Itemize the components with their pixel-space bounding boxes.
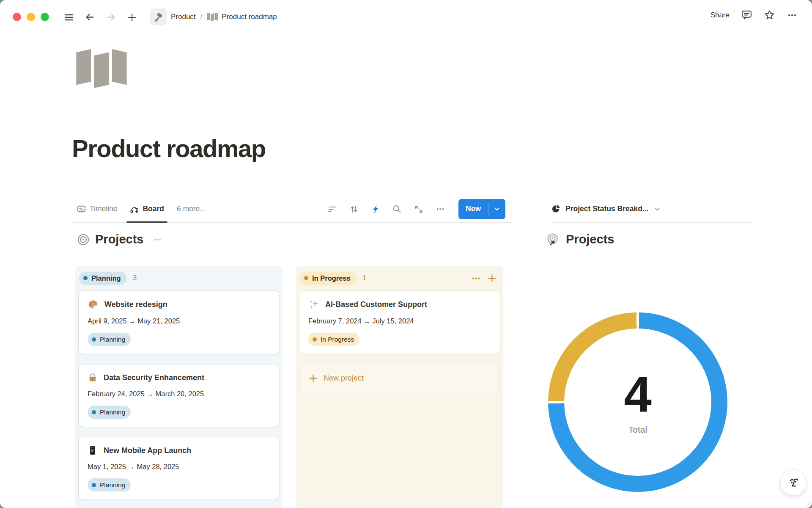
- star-icon: [764, 9, 775, 21]
- map-icon: [75, 49, 128, 88]
- zoom-button[interactable]: [41, 13, 49, 21]
- column-count: 1: [362, 274, 366, 282]
- card-dates: February 7, 2024 → July 15, 2024: [308, 317, 491, 325]
- pie-chart-icon: [551, 204, 561, 214]
- column-count: 3: [133, 274, 137, 282]
- project-card[interactable]: Website redesignApril 9, 2025 → May 21, …: [79, 291, 279, 354]
- status-dot: [92, 337, 96, 342]
- donut-chart: 4 Total: [548, 312, 727, 492]
- donut-center: 4 Total: [564, 329, 711, 476]
- chart-view-label: Project Status Breakd...: [565, 204, 648, 213]
- ellipsis-icon: [152, 235, 162, 245]
- notion-ai-button[interactable]: [780, 469, 807, 496]
- minimize-button[interactable]: [27, 13, 35, 21]
- page-icon-map[interactable]: [75, 49, 128, 88]
- back-button[interactable]: [84, 11, 96, 23]
- chart-section-header: Projects: [547, 232, 614, 246]
- close-button[interactable]: [13, 13, 21, 21]
- project-card[interactable]: New Mobile App LaunchMay 1, 2025 → May 2…: [79, 437, 279, 500]
- board-column-planning: Planning3Website redesignApril 9, 2025 →…: [75, 266, 283, 508]
- new-button[interactable]: New: [458, 199, 488, 219]
- timeline-icon: [77, 204, 86, 213]
- status-label: Planning: [100, 336, 125, 343]
- breadcrumb: Product / Product roadmap: [150, 8, 277, 25]
- section-menu-button[interactable]: [152, 235, 162, 245]
- search-button[interactable]: [392, 204, 402, 214]
- status-tag: In Progress: [308, 333, 359, 346]
- tab-label: Board: [143, 204, 164, 213]
- page-title[interactable]: Product roadmap: [72, 134, 266, 163]
- ellipsis-icon: [435, 204, 445, 214]
- column-header: In Progress1: [298, 268, 501, 287]
- lock-icon: [88, 373, 98, 383]
- plus-icon: [126, 12, 137, 23]
- status-label: In Progress: [321, 336, 354, 343]
- sort-button[interactable]: [349, 204, 359, 214]
- ellipsis-icon: [787, 10, 798, 21]
- search-icon: [392, 204, 402, 214]
- column-cards: Website redesignApril 9, 2025 → May 21, …: [77, 287, 280, 501]
- column-status-pill[interactable]: In Progress: [300, 272, 356, 285]
- automations-button[interactable]: [370, 204, 381, 214]
- share-button[interactable]: Share: [710, 11, 730, 19]
- new-button-group: New: [458, 199, 505, 219]
- map-icon: [207, 13, 218, 21]
- card-title-row: Website redesign: [88, 299, 270, 310]
- hamburger-icon: [63, 12, 74, 23]
- status-tag: Planning: [88, 478, 131, 491]
- arrow-right-icon: [105, 11, 117, 23]
- expand-diagonal-icon: [414, 204, 424, 214]
- card-title: Website redesign: [104, 300, 167, 309]
- sparkles-icon: [308, 299, 319, 310]
- column-status-pill[interactable]: Planning: [79, 272, 126, 285]
- favorite-button[interactable]: [764, 9, 775, 21]
- card-dates: May 1, 2025 → May 28, 2025: [88, 463, 270, 471]
- tab-label: Timeline: [90, 204, 117, 213]
- comment-icon: [741, 9, 752, 21]
- comments-button[interactable]: [741, 9, 752, 21]
- project-card[interactable]: Data Security EnhancementFebruary 24, 20…: [79, 364, 279, 427]
- card-title-row: New Mobile App Launch: [88, 445, 270, 456]
- column-status-label: In Progress: [312, 274, 351, 282]
- tab-label: 6 more...: [177, 204, 206, 213]
- project-card[interactable]: AI-Based Customer SupportFebruary 7, 202…: [299, 291, 500, 354]
- chevron-down-icon: [653, 205, 661, 213]
- breadcrumb-root-item[interactable]: [150, 8, 167, 25]
- lightning-icon: [370, 204, 381, 214]
- status-dot: [313, 337, 317, 342]
- notion-ai-face-icon: [786, 475, 801, 490]
- card-title-row: Data Security Enhancement: [88, 373, 270, 383]
- corner-widget-peek: [805, 500, 812, 508]
- filter-button[interactable]: [327, 204, 337, 214]
- forward-button[interactable]: [105, 11, 117, 23]
- status-dot: [92, 483, 96, 487]
- breadcrumb-current-label[interactable]: Product roadmap: [222, 13, 277, 21]
- card-title: AI-Based Customer Support: [325, 300, 427, 309]
- tab-board[interactable]: Board: [126, 196, 168, 222]
- view-tabs-row: Timeline Board 6 more...: [73, 196, 513, 223]
- menu-button[interactable]: [63, 12, 74, 23]
- chart-view-selector[interactable]: Project Status Breakd...: [551, 196, 751, 223]
- phone-icon: [88, 445, 98, 456]
- column-header: Planning3: [77, 268, 280, 287]
- tab-more-views[interactable]: 6 more...: [173, 196, 210, 222]
- chevron-down-icon: [493, 205, 501, 213]
- board-section-header: Projects: [77, 232, 162, 246]
- column-status-label: Planning: [91, 274, 121, 282]
- column-add-button[interactable]: [487, 273, 497, 283]
- target-icon: [77, 233, 90, 246]
- new-button-caret[interactable]: [488, 199, 505, 219]
- status-tag: Planning: [88, 406, 131, 419]
- card-status: Planning: [88, 333, 270, 346]
- more-button[interactable]: [787, 10, 798, 21]
- column-cards: AI-Based Customer SupportFebruary 7, 202…: [298, 287, 501, 355]
- expand-button[interactable]: [414, 204, 424, 214]
- column-more-button[interactable]: [471, 273, 481, 283]
- new-project-button[interactable]: New project: [299, 361, 500, 395]
- view-options-button[interactable]: [435, 204, 445, 214]
- new-tab-button[interactable]: [126, 12, 137, 23]
- breadcrumb-root-label[interactable]: Product: [171, 13, 196, 21]
- card-title: New Mobile App Launch: [104, 446, 191, 455]
- tab-timeline[interactable]: Timeline: [73, 196, 121, 222]
- card-dates: April 9, 2025 → May 21, 2025: [88, 317, 270, 325]
